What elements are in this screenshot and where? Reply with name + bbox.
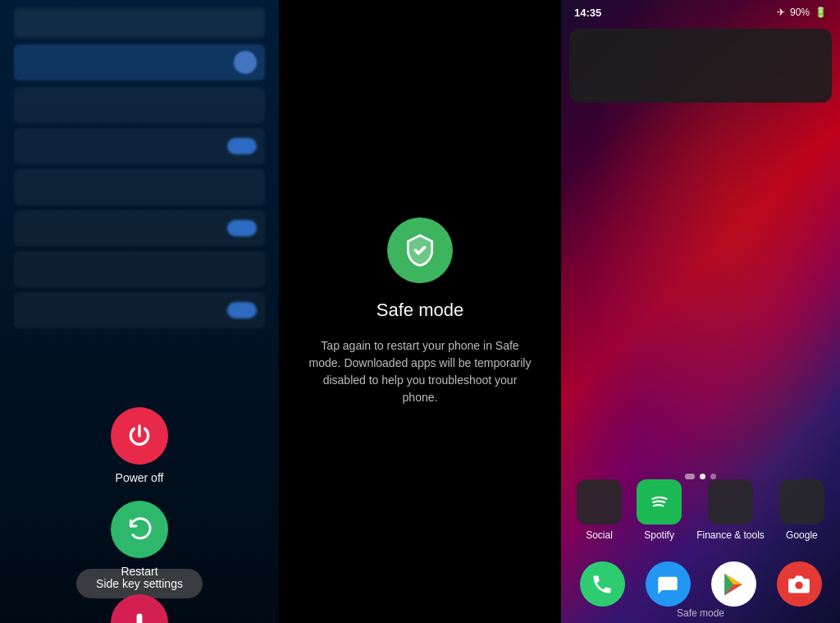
finance-label: Finance & tools bbox=[696, 529, 765, 541]
restart-icon bbox=[126, 516, 153, 543]
power-off-icon bbox=[126, 423, 153, 449]
spotify-label: Spotify bbox=[644, 529, 674, 541]
safe-mode-icon[interactable] bbox=[387, 218, 453, 283]
app-spotify[interactable]: Spotify bbox=[637, 479, 682, 541]
page-dots bbox=[561, 474, 840, 479]
social-icon bbox=[577, 479, 622, 525]
power-off-icon-circle bbox=[111, 407, 168, 465]
shield-check-icon bbox=[402, 232, 438, 268]
emergency-mode-button[interactable]: Emergency mode Off bbox=[94, 594, 185, 623]
phone-icon bbox=[580, 561, 625, 607]
svg-point-3 bbox=[795, 581, 802, 589]
app-finance[interactable]: Finance & tools bbox=[696, 479, 765, 541]
dock-phone[interactable] bbox=[580, 561, 625, 607]
restart-icon-circle bbox=[111, 501, 168, 558]
restart-button[interactable]: Restart bbox=[111, 501, 168, 578]
spotify-logo bbox=[646, 488, 673, 516]
safe-mode-bottom-label: Safe mode bbox=[561, 607, 840, 619]
emergency-icon bbox=[128, 610, 151, 623]
power-buttons-group: Power off Restart bbox=[94, 407, 185, 623]
google-label: Google bbox=[786, 529, 818, 541]
right-panel-phone: 14:35 ✈ 90% 🔋 Social bbox=[561, 0, 840, 623]
battery-icon: 🔋 bbox=[815, 7, 827, 18]
power-off-button[interactable]: Power off bbox=[111, 407, 168, 484]
battery-pct: 90% bbox=[790, 7, 810, 18]
emergency-icon-circle bbox=[111, 594, 168, 623]
page-dot-3 bbox=[710, 474, 716, 479]
airplane-icon: ✈ bbox=[777, 7, 785, 18]
notification-bar bbox=[569, 29, 832, 103]
dock-messages[interactable] bbox=[646, 561, 691, 607]
messages-icon bbox=[646, 561, 691, 607]
status-icons: ✈ 90% 🔋 bbox=[777, 7, 827, 18]
play-icon bbox=[711, 561, 756, 607]
dock-play[interactable] bbox=[711, 561, 756, 607]
power-off-label: Power off bbox=[116, 471, 164, 484]
status-bar: 14:35 ✈ 90% 🔋 bbox=[561, 0, 840, 25]
app-social[interactable]: Social bbox=[577, 479, 622, 541]
left-panel: Power off Restart bbox=[0, 0, 279, 623]
spotify-icon bbox=[637, 479, 682, 525]
svg-rect-0 bbox=[137, 614, 143, 623]
safe-mode-title: Safe mode bbox=[377, 300, 463, 321]
phone-svg bbox=[591, 573, 614, 596]
play-svg bbox=[720, 571, 746, 598]
camera-svg bbox=[788, 573, 810, 596]
safe-mode-description: Tap again to restart your phone in Safe … bbox=[305, 337, 535, 406]
camera-icon bbox=[777, 561, 822, 607]
middle-panel: Safe mode Tap again to restart your phon… bbox=[279, 0, 561, 623]
status-time: 14:35 bbox=[574, 7, 601, 19]
page-dot-1 bbox=[685, 474, 695, 479]
messages-svg bbox=[656, 573, 679, 596]
dock bbox=[561, 561, 840, 607]
social-label: Social bbox=[586, 529, 613, 541]
svg-point-2 bbox=[647, 490, 670, 513]
dock-camera[interactable] bbox=[777, 561, 822, 607]
page-dot-2 bbox=[700, 474, 705, 479]
app-google[interactable]: Google bbox=[779, 479, 824, 541]
google-icon bbox=[779, 479, 824, 525]
app-grid: Social Spotify Finance & tools bbox=[561, 479, 840, 541]
finance-icon bbox=[708, 479, 753, 525]
restart-label: Restart bbox=[121, 565, 158, 578]
